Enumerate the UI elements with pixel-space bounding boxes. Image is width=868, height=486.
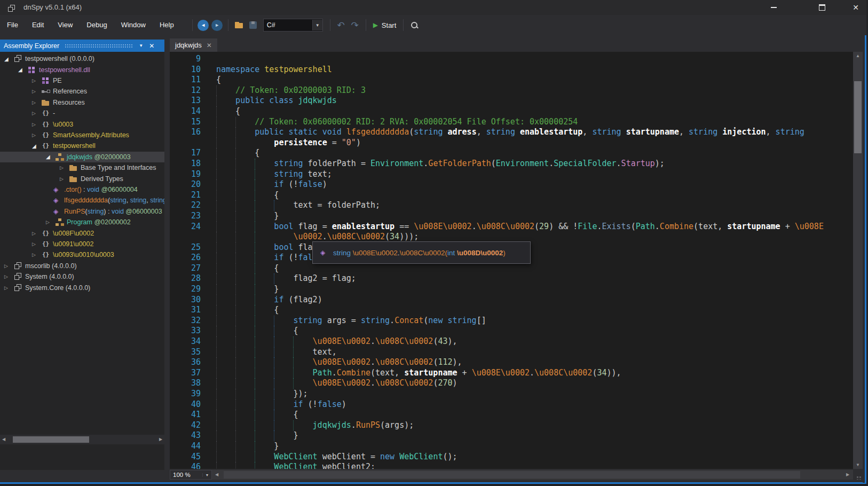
vertical-scrollbar[interactable]: ▲ ▼ (853, 52, 863, 469)
tree-item-assembly-testpowershell[interactable]: ◢testpowershell (0.0.0.0) (0, 53, 164, 64)
tree-item-ns-testpowershell[interactable]: ◢testpowershell (0, 140, 164, 151)
expander-closed-icon[interactable]: ▷ (60, 165, 69, 170)
expander-closed-icon[interactable]: ▷ (32, 111, 41, 116)
code-line-13[interactable]: 13public class jdqkwjds (170, 96, 853, 106)
resize-grip[interactable] (853, 470, 863, 480)
explorer-horizontal-scrollbar[interactable]: ◀ ▶ (0, 435, 164, 444)
code-line-23[interactable]: 23} (170, 211, 853, 222)
tree-item-assembly-system[interactable]: ▷System (4.0.0.0) (0, 271, 164, 282)
expander-closed-icon[interactable]: ▷ (60, 176, 69, 182)
redo-button[interactable]: ↷ (348, 19, 362, 32)
tree-item-module-testpowershell-dll[interactable]: ◢testpowershell.dll (0, 64, 164, 75)
code-line-37[interactable]: 37Path.Combine(text, startupname + \u008… (170, 368, 853, 379)
code-line-39[interactable]: 39}); (170, 389, 853, 399)
code-line-30[interactable]: 30if (flag2) (170, 295, 853, 305)
code-line-18[interactable]: 18string folderPath = Environment.GetFol… (170, 159, 853, 169)
maximize-button[interactable] (810, 0, 834, 15)
code-line-22[interactable]: 22text = folderPath; (170, 200, 853, 211)
scroll-left-icon[interactable]: ◀ (213, 470, 220, 480)
code-line-9[interactable]: 9 (170, 54, 853, 65)
editor-horizontal-scrollbar[interactable]: ◀ ▶ (212, 470, 853, 480)
expander-closed-icon[interactable]: ▷ (32, 252, 41, 257)
tree-item-class-jdqkwjds[interactable]: ◢jdqkwjds @02000003 (0, 152, 164, 162)
tree-item-ns-u008f-u0002[interactable]: ▷\u008F\u0002 (0, 228, 164, 238)
code-line-16[interactable]: 16public static void lfsgeddddddda(strin… (170, 127, 853, 138)
tree-item-references[interactable]: ▷References (0, 86, 164, 97)
zoom-level-select[interactable]: 100 % ▼ (170, 470, 212, 480)
expander-closed-icon[interactable]: ▷ (32, 241, 41, 247)
open-button[interactable] (232, 19, 246, 32)
scroll-right-icon[interactable]: ▶ (157, 435, 164, 444)
code-line-41[interactable]: 41{ (170, 410, 853, 420)
code-line-43[interactable]: 43} (170, 430, 853, 441)
tree-item-method-lfsgeddddddda[interactable]: lfsgeddddddda(string, string, string) (0, 195, 164, 206)
expander-closed-icon[interactable]: ▷ (4, 285, 13, 291)
code-line-31[interactable]: 31{ (170, 305, 853, 316)
tree-item-method-ctor[interactable]: .ctor() : void @06000004 (0, 184, 164, 195)
expander-closed-icon[interactable]: ▷ (32, 100, 41, 105)
scroll-down-icon[interactable]: ▼ (853, 461, 863, 469)
code-line-12[interactable]: 12// Token: 0x02000003 RID: 3 (170, 85, 853, 96)
tree-item-derived-types[interactable]: ▷Derived Types (0, 173, 164, 184)
expander-open-icon[interactable]: ◢ (4, 56, 13, 62)
code-line-34[interactable]: 34\u008E\u0002.\u008C\u0002(43), (170, 336, 853, 347)
menu-item-view[interactable]: View (51, 15, 80, 35)
code-line-11[interactable]: 11{ (170, 75, 853, 85)
menu-item-edit[interactable]: Edit (25, 15, 51, 35)
expander-open-icon[interactable]: ◢ (46, 154, 55, 160)
code-line-10[interactable]: 10namespace testpowershell (170, 65, 853, 75)
tree-item-class-program[interactable]: ▷Program @02000002 (0, 217, 164, 228)
scrollbar-thumb[interactable] (224, 471, 800, 479)
menu-item-file[interactable]: File (0, 15, 25, 35)
code-line-32[interactable]: 32string args = string.Concat(new string… (170, 316, 853, 326)
code-line-38[interactable]: 38\u008E\u0002.\u008C\u0002(270) (170, 378, 853, 389)
expander-closed-icon[interactable]: ▷ (32, 89, 41, 94)
panel-menu-chevron-icon[interactable]: ▼ (139, 43, 143, 48)
code-line-44[interactable]: 44} (170, 441, 853, 452)
expander-open-icon[interactable]: ◢ (32, 143, 41, 149)
expander-closed-icon[interactable]: ▷ (32, 231, 41, 236)
tree-item-assembly-system-core[interactable]: ▷System.Core (4.0.0.0) (0, 282, 164, 293)
tree-item-assembly-mscorlib[interactable]: ▷mscorlib (4.0.0.0) (0, 261, 164, 271)
code-line-45[interactable]: 45WebClient webClient = new WebClient(); (170, 452, 853, 463)
scrollbar-thumb[interactable] (13, 436, 89, 443)
expander-closed-icon[interactable]: ▷ (32, 78, 41, 83)
menu-item-window[interactable]: Window (114, 15, 153, 35)
expander-closed-icon[interactable]: ▷ (4, 263, 13, 269)
expander-closed-icon[interactable]: ▷ (46, 220, 55, 225)
expander-closed-icon[interactable]: ▷ (32, 132, 41, 138)
tree-item-ns-u0091-u0002[interactable]: ▷\u0091\u0002 (0, 239, 164, 249)
assembly-explorer-header[interactable]: Assembly Explorer ▼ ✕ (0, 40, 164, 52)
scrollbar-thumb[interactable] (854, 81, 862, 153)
tree-item-base-type-and-interfaces[interactable]: ▷Base Type and Interfaces (0, 162, 164, 173)
tab-close-icon[interactable]: ✕ (207, 42, 212, 49)
code-line-27[interactable]: 27{ (170, 263, 853, 274)
code-line-24[interactable]: 24bool flag = enablestartup == \u008E\u0… (170, 222, 853, 232)
scroll-right-icon[interactable]: ▶ (844, 470, 851, 480)
code-line-wrap[interactable]: persistence = "0") (170, 138, 853, 148)
start-button[interactable]: ▶ Start (370, 21, 400, 29)
search-button[interactable] (407, 19, 421, 32)
nav-back-button[interactable]: ◄ (196, 19, 210, 32)
expander-closed-icon[interactable]: ▷ (32, 122, 41, 127)
menu-item-help[interactable]: Help (153, 15, 181, 35)
expander-closed-icon[interactable]: ▷ (4, 274, 13, 279)
close-button[interactable]: ✕ (843, 0, 868, 15)
tree-item-ns-smartassembly-attributes[interactable]: ▷SmartAssembly.Attributes (0, 130, 164, 140)
code-line-40[interactable]: 40if (!false) (170, 399, 853, 410)
tree-item-ns-empty[interactable]: ▷- (0, 108, 164, 119)
code-line-15[interactable]: 15// Token: 0x06000002 RID: 2 RVA: 0x000… (170, 117, 853, 128)
tree-item-ns-u0093-u0010-u0003[interactable]: ▷\u0093\u0010\u0003 (0, 249, 164, 260)
code-line-21[interactable]: 21{ (170, 190, 853, 201)
panel-close-icon[interactable]: ✕ (149, 42, 154, 50)
code-line-19[interactable]: 19string text; (170, 169, 853, 180)
panel-splitter[interactable] (164, 35, 170, 483)
code-line-20[interactable]: 20if (!false) (170, 179, 853, 190)
code-line-wrap[interactable]: \u0002.\u008C\u0002(34))); (170, 232, 853, 242)
code-line-29[interactable]: 29} (170, 284, 853, 295)
nav-forward-button[interactable]: ► (210, 19, 224, 32)
code-line-14[interactable]: 14{ (170, 106, 853, 117)
tree-item-ns-u0003[interactable]: ▷\u0003 (0, 119, 164, 129)
scroll-up-icon[interactable]: ▲ (853, 52, 863, 60)
tree-item-resources[interactable]: ▷Resources (0, 97, 164, 108)
